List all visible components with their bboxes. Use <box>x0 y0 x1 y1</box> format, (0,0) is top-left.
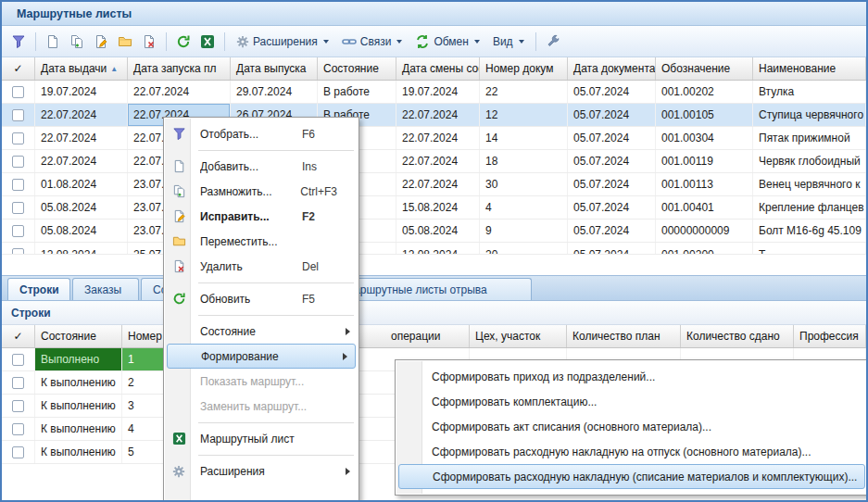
duplicate-document-button[interactable] <box>65 30 89 54</box>
grid-cell: 14 <box>480 127 568 149</box>
submenu-item-expense-invoice-release[interactable]: Сформировать расходную накладную на отпу… <box>396 439 867 464</box>
checkbox[interactable] <box>12 156 24 168</box>
submenu-item-picking[interactable]: Сформировать комплектацию... <box>396 389 867 414</box>
view-menu-button[interactable]: Вид <box>486 30 531 54</box>
menu-item-route-sheet[interactable]: Маршрутный лист <box>165 426 358 451</box>
grid-cell: 4 <box>480 196 568 219</box>
row-select-cell[interactable] <box>2 243 35 255</box>
delete-document-icon <box>170 259 187 274</box>
checkbox[interactable] <box>12 179 24 191</box>
menu-item-replace-route: Заменить маршрут... <box>165 394 358 419</box>
menu-item-label: Сформировать расходную накладную на отпу… <box>432 446 811 458</box>
table-row[interactable]: 22.07.2024 22.07.2024 22.07.2024 14 05.0… <box>2 127 866 150</box>
menu-item-add[interactable]: Добавить... Ins <box>165 154 358 179</box>
grid-cell: 22 <box>480 81 568 103</box>
checkbox[interactable] <box>12 225 24 237</box>
column-header-doc-number[interactable]: Номер докум <box>480 57 568 80</box>
menu-item-filter[interactable]: Отобрать... F6 <box>165 121 358 146</box>
table-row[interactable]: 05.08.2024 23.07.2024 05.08.2024 9 05.07… <box>2 220 866 243</box>
column-header-designation[interactable]: Обозначение <box>656 57 753 80</box>
table-row-clipped[interactable]: 12.08.2024 25.07.2024 12.08.2024 20 05.0… <box>2 243 866 255</box>
row-select-cell[interactable] <box>2 348 35 370</box>
menu-item-delete[interactable]: Удалить Del <box>165 254 358 279</box>
column-header-date-issued[interactable]: Дата выдачи▲ <box>35 57 128 80</box>
row-select-cell[interactable] <box>2 441 35 463</box>
table-row[interactable]: 01.08.2024 23.07.2024 22.07.2024 30 05.0… <box>2 173 866 196</box>
extensions-menu-button[interactable]: Расширения <box>230 30 335 54</box>
refresh-icon <box>170 292 187 307</box>
checkbox[interactable] <box>12 86 24 98</box>
column-header-name[interactable]: Наименование <box>753 57 866 80</box>
filter-button[interactable] <box>6 30 31 54</box>
exchange-arrows-icon <box>415 34 430 49</box>
links-menu-button[interactable]: Связи <box>335 30 409 54</box>
submenu-arrow-icon <box>346 468 350 475</box>
row-select-cell[interactable] <box>2 418 35 440</box>
menu-item-duplicate[interactable]: Размножить... Ctrl+F3 <box>165 179 358 204</box>
row-select-cell[interactable] <box>2 150 35 172</box>
submenu-item-receipt-from-departments[interactable]: Сформировать приход из подразделений... <box>396 364 867 389</box>
checkbox[interactable] <box>12 132 24 144</box>
menu-shortcut: F2 <box>295 210 337 223</box>
column-header-state[interactable]: Состояние <box>318 57 396 80</box>
row-select-cell[interactable] <box>2 196 35 219</box>
select-all-column-header[interactable]: ✓ <box>2 57 35 80</box>
refresh-button[interactable] <box>171 30 195 54</box>
checkbox[interactable] <box>12 202 24 214</box>
row-select-cell[interactable] <box>2 104 35 126</box>
tab-zakazy[interactable]: Заказы <box>72 278 139 300</box>
edit-document-button[interactable] <box>89 30 113 54</box>
column-header-workshop[interactable]: Цех, участок <box>470 325 567 347</box>
row-select-cell[interactable] <box>2 371 35 394</box>
move-button[interactable] <box>113 30 137 54</box>
select-all-column-header[interactable]: ✓ <box>2 325 35 347</box>
grid-cell: 19.07.2024 <box>396 81 480 103</box>
column-header-qty-plan[interactable]: Количество план <box>567 325 681 347</box>
column-header-qty-done[interactable]: Количество сдано <box>681 325 794 347</box>
checkbox[interactable] <box>12 248 24 255</box>
menu-item-formation[interactable]: Формирование <box>167 344 356 369</box>
submenu-item-writeoff-act[interactable]: Сформировать акт списания (основного мат… <box>396 414 867 439</box>
tab-stroki[interactable]: Строки <box>7 278 70 300</box>
checkbox[interactable] <box>12 377 24 389</box>
column-header-launch-date[interactable]: Дата запуска пл <box>128 57 231 80</box>
submenu-item-expense-invoice-writeoff[interactable]: Сформировать расходную накладную (списан… <box>398 464 865 489</box>
table-row[interactable]: 22.07.2024 22.07.2024 22.07.2024 18 05.0… <box>2 150 866 173</box>
row-select-cell[interactable] <box>2 220 35 242</box>
column-header-profession[interactable]: Профессия <box>794 325 866 347</box>
table-row[interactable]: 05.08.2024 23.07.2024 15.08.2024 4 05.07… <box>2 196 866 220</box>
checkbox[interactable] <box>12 109 24 121</box>
table-row-selected[interactable]: 22.07.2024 22.07.2024 26.07.2024 В работ… <box>2 104 866 127</box>
column-header-release-date[interactable]: Дата выпуска <box>231 57 318 80</box>
grid-cell: Червяк глобоидный <box>753 150 866 172</box>
row-select-cell[interactable] <box>2 395 35 417</box>
add-document-button[interactable] <box>41 30 65 54</box>
grid-cell: 29.07.2024 <box>231 81 318 103</box>
grid-cell: 05.08.2024 <box>35 220 128 242</box>
chevron-down-icon <box>323 40 329 44</box>
column-header-state[interactable]: Состояние <box>35 325 122 347</box>
checkbox[interactable] <box>12 446 24 458</box>
menu-item-extensions[interactable]: Расширения <box>165 458 358 483</box>
menu-item-label: Показать маршрут... <box>200 375 304 388</box>
grid-cell: 22.07.2024 <box>128 81 231 103</box>
column-header-state-change-date[interactable]: Дата смены сос <box>396 57 480 80</box>
menu-item-edit[interactable]: Исправить... F2 <box>165 204 358 229</box>
menu-item-refresh[interactable]: Обновить F5 <box>165 286 358 311</box>
menu-item-move[interactable]: Переместить... <box>165 229 358 254</box>
row-select-cell[interactable] <box>2 127 35 149</box>
checkbox[interactable] <box>12 423 24 435</box>
excel-report-button[interactable] <box>195 30 220 54</box>
table-row[interactable]: 19.07.2024 22.07.2024 29.07.2024 В работ… <box>2 81 866 104</box>
settings-wrench-button[interactable] <box>541 30 565 54</box>
checkbox[interactable] <box>12 400 24 412</box>
tab-route-sheets-otryva[interactable]: Маршрутные листы отрыва <box>333 278 532 300</box>
row-select-cell[interactable] <box>2 81 35 103</box>
column-header-doc-date[interactable]: Дата документа <box>568 57 656 80</box>
grid-cell: 22.07.2024 <box>35 127 128 149</box>
exchange-menu-button[interactable]: Обмен <box>409 30 486 54</box>
row-select-cell[interactable] <box>2 173 35 195</box>
delete-button[interactable] <box>137 30 161 54</box>
checkbox[interactable] <box>12 354 24 366</box>
menu-item-state[interactable]: Состояние <box>165 319 358 344</box>
